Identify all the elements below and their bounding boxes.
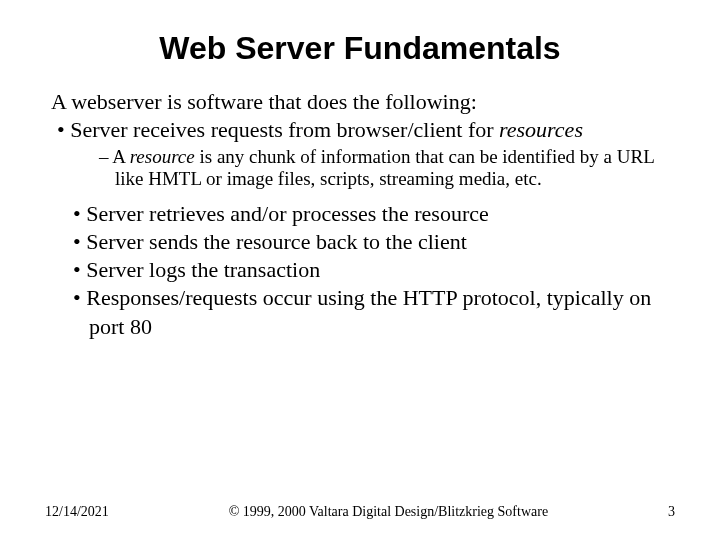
footer-page-number: 3	[668, 504, 675, 520]
bullet-sends: Server sends the resource back to the cl…	[45, 228, 675, 256]
dash-pre: – A	[99, 146, 130, 167]
dash-em: resource	[130, 146, 195, 167]
footer-date: 12/14/2021	[45, 504, 109, 520]
bullet-http: Responses/requests occur using the HTTP …	[45, 284, 675, 340]
intro-text: A webserver is software that does the fo…	[45, 89, 675, 115]
bullet-resources-em: resources	[499, 117, 583, 142]
slide-title: Web Server Fundamentals	[45, 30, 675, 67]
footer: 12/14/2021 © 1999, 2000 Valtara Digital …	[0, 504, 720, 520]
bullet-logs: Server logs the transaction	[45, 256, 675, 284]
bullet-retrieves: Server retrieves and/or processes the re…	[45, 200, 675, 228]
sub-bullet-resource-def: – A resource is any chunk of information…	[45, 146, 675, 190]
bullet-resources-text: Server receives requests from browser/cl…	[70, 117, 499, 142]
dash-post: is any chunk of information that can be …	[115, 146, 654, 189]
footer-copyright: © 1999, 2000 Valtara Digital Design/Blit…	[109, 504, 668, 519]
bullet-resources: Server receives requests from browser/cl…	[45, 117, 675, 142]
